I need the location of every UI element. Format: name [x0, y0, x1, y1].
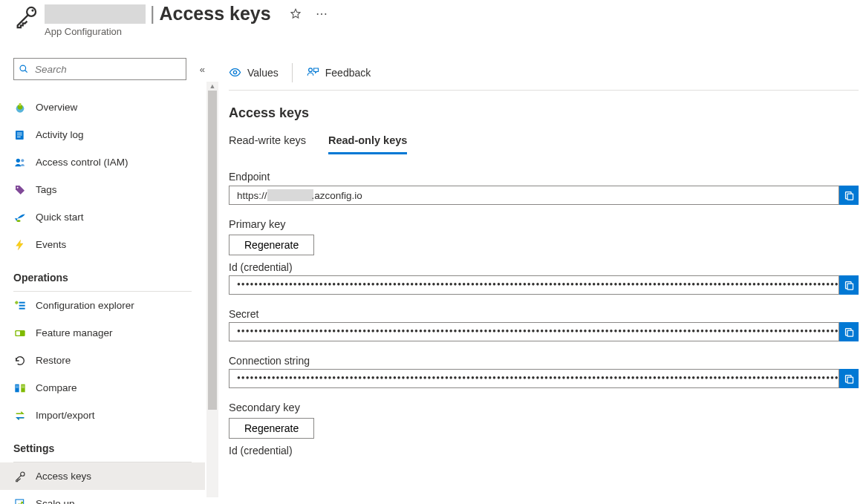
copy-primary-conn-button[interactable]: [839, 369, 859, 388]
sidebar-search[interactable]: [13, 58, 186, 80]
sidebar-item-compare[interactable]: Compare: [0, 374, 205, 402]
favorite-button[interactable]: [289, 7, 302, 21]
sidebar-scrollbar[interactable]: ▲: [206, 82, 218, 497]
sidebar-item-config-explorer[interactable]: Configuration explorer: [0, 292, 205, 319]
tabs: Read-write keys Read-only keys: [229, 130, 859, 154]
collapse-sidebar-button[interactable]: «: [200, 64, 205, 75]
tab-read-write[interactable]: Read-write keys: [229, 130, 306, 154]
svg-point-1: [31, 10, 33, 12]
sidebar-item-activity-log[interactable]: Activity log: [0, 121, 205, 148]
overview-icon: [13, 101, 27, 114]
endpoint-redacted: [267, 189, 313, 201]
sidebar-group-operations: Operations: [0, 258, 205, 288]
svg-rect-31: [847, 284, 853, 289]
more-button[interactable]: ⋯: [316, 7, 329, 21]
copy-endpoint-button[interactable]: [839, 186, 859, 205]
primary-conn-label: Connection string: [229, 355, 859, 367]
sidebar-item-label: Restore: [36, 355, 71, 366]
sidebar-search-input[interactable]: [33, 63, 181, 76]
regenerate-primary-button[interactable]: Regenerate: [229, 235, 314, 255]
svg-rect-8: [17, 134, 22, 135]
main-content: Values Feedback Access keys Read-write k…: [205, 43, 866, 504]
sidebar-item-access-keys[interactable]: Access keys: [0, 462, 205, 490]
svg-rect-19: [16, 331, 20, 335]
activity-log-icon: [13, 128, 27, 142]
primary-id-field[interactable]: ●●●●●●●●●●●●●●●●●●●●●●●●●●●●●●●●●●●●●●●●…: [229, 275, 839, 295]
sidebar-item-events[interactable]: Events: [0, 231, 205, 258]
compare-icon: [13, 382, 27, 395]
feedback-button[interactable]: Feedback: [306, 66, 371, 79]
copy-icon: [844, 190, 855, 201]
feedback-label: Feedback: [325, 67, 371, 79]
scale-up-icon: [13, 497, 27, 505]
primary-key-title: Primary key: [229, 218, 859, 230]
header-subtitle: App Configuration: [45, 26, 329, 37]
sidebar-item-scale-up[interactable]: Scale up: [0, 490, 205, 504]
config-explorer-icon: [13, 299, 27, 312]
tags-icon: [13, 183, 27, 197]
resource-name-redacted: [45, 4, 146, 24]
sidebar-item-restore[interactable]: Restore: [0, 347, 205, 374]
sidebar-item-label: Compare: [36, 382, 77, 393]
sidebar-item-import-export[interactable]: Import/export: [0, 402, 205, 429]
section-title: Access keys: [229, 105, 859, 121]
events-icon: [13, 238, 27, 252]
sidebar-item-label: Scale up: [36, 498, 75, 504]
svg-point-2: [20, 65, 26, 71]
copy-primary-id-button[interactable]: [839, 275, 859, 295]
secondary-key-title: Secondary key: [229, 402, 859, 413]
endpoint-label: Endpoint: [229, 171, 859, 183]
import-export-icon: [13, 409, 27, 422]
svg-rect-33: [847, 377, 853, 383]
title-separator: |: [150, 3, 155, 24]
sidebar-item-iam[interactable]: Access control (IAM): [0, 148, 205, 176]
svg-point-29: [308, 68, 312, 71]
copy-primary-secret-button[interactable]: [839, 322, 859, 341]
quickstart-icon: [13, 211, 27, 224]
svg-rect-14: [19, 301, 25, 303]
sidebar: « Overview Activity log Access contr: [0, 43, 205, 504]
svg-point-13: [16, 220, 20, 222]
svg-rect-15: [19, 304, 25, 306]
key-icon: [13, 4, 39, 30]
primary-id-label: Id (credential): [229, 261, 859, 273]
primary-secret-field[interactable]: ●●●●●●●●●●●●●●●●●●●●●●●●●●●●●●●●●●●●●●●●…: [229, 322, 839, 341]
secondary-id-label: Id (credential): [229, 445, 859, 456]
sidebar-item-overview[interactable]: Overview: [0, 94, 205, 121]
copy-icon: [844, 280, 855, 291]
svg-rect-7: [17, 132, 22, 133]
scroll-up-arrow-icon[interactable]: ▲: [206, 82, 218, 91]
sidebar-item-quickstart[interactable]: Quick start: [0, 203, 205, 231]
primary-secret-label: Secret: [229, 308, 859, 320]
toolbar: Values Feedback: [229, 55, 859, 91]
svg-rect-23: [16, 387, 19, 387]
svg-rect-16: [19, 307, 25, 309]
sidebar-group-settings: Settings: [0, 429, 205, 459]
eye-icon: [229, 66, 241, 79]
sidebar-item-feature-manager[interactable]: Feature manager: [0, 319, 205, 347]
sidebar-item-label: Feature manager: [36, 327, 113, 338]
sidebar-item-label: Access keys: [36, 471, 91, 482]
svg-point-12: [17, 186, 19, 188]
feature-manager-icon: [13, 327, 27, 340]
primary-conn-field[interactable]: ●●●●●●●●●●●●●●●●●●●●●●●●●●●●●●●●●●●●●●●●…: [229, 369, 839, 388]
svg-rect-21: [21, 384, 25, 392]
svg-point-0: [27, 7, 36, 16]
regenerate-secondary-button[interactable]: Regenerate: [229, 418, 314, 439]
search-icon: [19, 64, 29, 74]
tab-read-only[interactable]: Read-only keys: [328, 130, 407, 154]
endpoint-prefix: https://: [237, 190, 267, 201]
endpoint-field[interactable]: https://.azconfig.io: [229, 186, 839, 205]
page-title: Access keys: [160, 3, 271, 24]
svg-rect-25: [22, 387, 25, 387]
feedback-icon: [306, 66, 319, 79]
access-keys-icon: [13, 470, 27, 483]
sidebar-item-label: Import/export: [36, 410, 95, 421]
svg-point-10: [16, 158, 20, 162]
scroll-thumb[interactable]: [208, 91, 217, 410]
svg-rect-24: [22, 385, 25, 386]
values-button[interactable]: Values: [229, 66, 279, 79]
svg-point-28: [233, 71, 236, 73]
sidebar-item-label: Tags: [36, 184, 57, 195]
sidebar-item-tags[interactable]: Tags: [0, 176, 205, 203]
